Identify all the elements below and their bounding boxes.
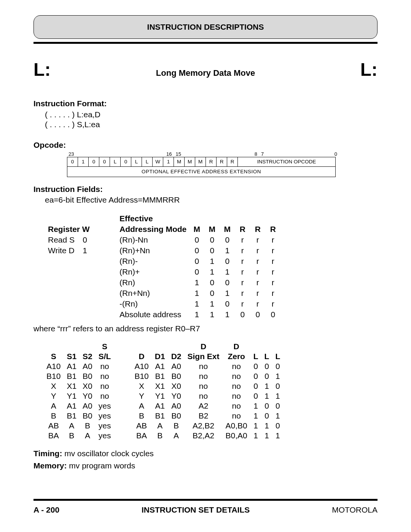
opcode-table: 0 1 0 0 L 0 L L W 1 M M M R R R INSTRUCT… (67, 157, 336, 177)
bitnum: 8 (255, 151, 257, 157)
bitnum: 7 (261, 151, 264, 157)
ea-row: Absolute address111000 (46, 310, 280, 320)
opcode-heading: Opcode: (33, 141, 378, 150)
format-heading: Instruction Format: (33, 99, 378, 108)
table-row: A10A1A0noA10A1A0nono000 (43, 361, 283, 371)
section-header-text: INSTRUCTION DESCRIPTIONS (147, 22, 264, 32)
table-row: YY1Y0noYY1Y0nono011 (43, 391, 283, 401)
ea-row: (Rn+Nn)101rrr (46, 288, 280, 298)
rrr-note: where “rrr” refers to an address registe… (33, 324, 378, 333)
ea-row: -(Rn)110rrr (46, 299, 280, 309)
table-row: B10B1B0noB10B1B0nono001 (43, 371, 283, 381)
memory-line: Memory: mv program words (33, 461, 378, 470)
fields-heading: Instruction Fields: (33, 185, 378, 194)
opcode-field: INSTRUCTION OPCODE (238, 157, 336, 166)
bitnum: 23 (68, 151, 166, 157)
table-row: ABAByesABABA2,B2A0,B0110 (43, 421, 283, 431)
bitnum: 0 (264, 151, 337, 157)
table-row: BABAyesBABAB2,A2B0,A0111 (43, 431, 283, 441)
footer-section: INSTRUCTION SET DETAILS (142, 505, 250, 514)
opcode-bit-numbers: 23 16 15 8 7 0 (67, 151, 339, 157)
ea-row: Read S0(Rn)-Nn000rrr (46, 235, 280, 245)
section-header: INSTRUCTION DESCRIPTIONS (33, 15, 378, 39)
instruction-name: Long Memory Data Move (156, 68, 255, 78)
timing-line: Timing: mv oscillator clock cycles (33, 449, 378, 458)
ea-row: (Rn)-010rrr (46, 256, 280, 266)
footer-vendor: MOTOROLA (332, 505, 378, 514)
opcode-ext-row: OPTIONAL EFFECTIVE ADDRESS EXTENSION (67, 166, 336, 177)
page-footer: A - 200 INSTRUCTION SET DETAILS MOTOROLA (33, 505, 378, 514)
format-line-2: ( . . . . . ) S,L:ea (45, 120, 378, 129)
opcode-bits-row: 0 1 0 0 L 0 L L W 1 M M M R R R INSTRUCT… (67, 157, 336, 166)
footer-rule (33, 499, 378, 501)
header-rule (33, 42, 378, 44)
mnemonic-right: L: (360, 59, 378, 80)
table-row: AA1A0yesAA1A0A2no100 (43, 401, 283, 411)
page-number: A - 200 (33, 505, 59, 514)
regW-header: Register W (46, 224, 92, 234)
ea-header: Addressing Mode (117, 224, 189, 234)
format-lines: ( . . . . . ) L:ea,D ( . . . . . ) S,L:e… (45, 110, 378, 130)
ea-row: (Rn)+011rrr (46, 267, 280, 277)
bitnum: 15 (176, 151, 181, 157)
bitnum: 16 (166, 151, 172, 157)
mnemonic-left: L: (33, 59, 51, 80)
ea-row: Write D1(Rn)+Nn001rrr (46, 246, 280, 256)
fields-desc: ea=6-bit Effective Address=MMMRRR (45, 195, 378, 204)
timing-label: Timing: (33, 449, 62, 458)
instruction-title-row: L: Long Memory Data Move L: (33, 59, 378, 80)
ea-row: (Rn)100rrr (46, 278, 280, 288)
format-line-1: ( . . . . . ) L:ea,D (45, 110, 378, 120)
table-row: BB1B0yesBB1B0B2no101 (43, 411, 283, 421)
table-row: XX1X0noXX1X0nono010 (43, 381, 283, 391)
ea-table: Effective Register W Addressing Mode M M… (45, 213, 378, 320)
register-encoding-table: SDD SS1S2S/LDD1D2Sign ExtZeroLLL A10A1A0… (43, 342, 283, 441)
ea-header: Effective (117, 214, 189, 224)
memory-label: Memory: (33, 461, 67, 470)
